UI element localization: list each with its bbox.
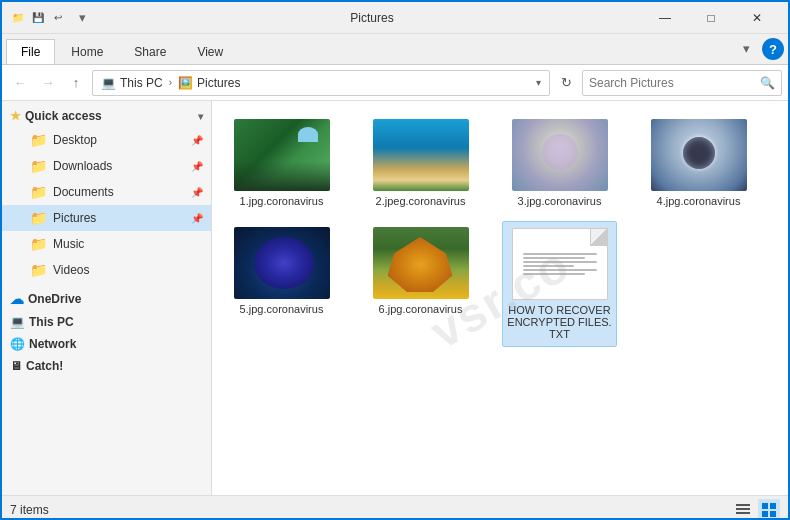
sidebar: ★ Quick access ▾ 📁 Desktop 📌 📁 Downloads… (2, 101, 212, 495)
sidebar-onedrive-header[interactable]: ☁ OneDrive (2, 287, 211, 311)
file-item-5[interactable]: 5.jpg.coronavirus (224, 221, 339, 347)
txt-line-2 (523, 257, 586, 259)
file-label-4: 4.jpg.coronavirus (657, 195, 741, 207)
sidebar-thispc-label: This PC (29, 315, 74, 329)
file-item-1[interactable]: 1.jpg.coronavirus (224, 113, 339, 213)
sidebar-network-header[interactable]: 🌐 Network (2, 333, 211, 355)
svg-rect-6 (770, 511, 776, 517)
back-button[interactable]: ← (8, 71, 32, 95)
thumbnail-2 (373, 119, 469, 191)
file-item-4[interactable]: 4.jpg.coronavirus (641, 113, 756, 213)
sidebar-item-documents[interactable]: 📁 Documents 📌 (2, 179, 211, 205)
refresh-button[interactable]: ↻ (554, 71, 578, 95)
documents-pin-icon: 📌 (191, 187, 203, 198)
sidebar-thispc-header[interactable]: 💻 This PC (2, 311, 211, 333)
address-pictures: Pictures (197, 76, 240, 90)
file-item-7[interactable]: HOW TO RECOVER ENCRYPTED FILES.TXT (502, 221, 617, 347)
forward-button[interactable]: → (36, 71, 60, 95)
quickaccess-label: Quick access (25, 109, 102, 123)
quickaccess-chevron: ▾ (198, 111, 203, 122)
close-button[interactable]: ✕ (734, 2, 780, 34)
tab-view[interactable]: View (182, 39, 238, 64)
star-icon: ★ (10, 109, 21, 123)
ribbon: File Home Share View ▾ ? (2, 34, 788, 65)
file-item-3[interactable]: 3.jpg.coronavirus (502, 113, 617, 213)
search-bar[interactable]: 🔍 (582, 70, 782, 96)
network-icon: 🌐 (10, 337, 25, 351)
file-item-6[interactable]: 6.jpg.coronavirus (363, 221, 478, 347)
videos-folder-icon: 📁 (30, 262, 47, 278)
thumbnail-6 (373, 227, 469, 299)
ribbon-collapse-btn[interactable]: ▾ (734, 36, 758, 60)
sidebar-quickaccess-header[interactable]: ★ Quick access ▾ (2, 105, 211, 127)
file-item-2[interactable]: 2.jpeg.coronavirus (363, 113, 478, 213)
thumbnail-3 (512, 119, 608, 191)
desktop-folder-icon: 📁 (30, 132, 47, 148)
txt-line-3 (523, 261, 597, 263)
sidebar-item-videos[interactable]: 📁 Videos (2, 257, 211, 283)
svg-rect-1 (736, 508, 750, 510)
content-area: vsr.co 1.jpg.coronavirus 2.jpeg.coronavi… (212, 101, 788, 495)
pictures-folder-icon: 📁 (30, 210, 47, 226)
main-layout: ★ Quick access ▾ 📁 Desktop 📌 📁 Downloads… (2, 101, 788, 495)
downloads-pin-icon: 📌 (191, 161, 203, 172)
txt-line-1 (523, 253, 597, 255)
sidebar-documents-label: Documents (53, 185, 114, 199)
documents-folder-icon: 📁 (30, 184, 47, 200)
file-grid: 1.jpg.coronavirus 2.jpeg.coronavirus 3.j… (224, 113, 776, 347)
status-right (732, 499, 780, 521)
quick-access-icon: 📁 (10, 10, 26, 26)
txt-line-6 (523, 273, 586, 275)
file-label-5: 5.jpg.coronavirus (240, 303, 324, 315)
catch-icon: 🖥 (10, 359, 22, 373)
svg-rect-3 (762, 503, 768, 509)
music-folder-icon: 📁 (30, 236, 47, 252)
undo-icon: ↩ (50, 10, 66, 26)
desktop-pin-icon: 📌 (191, 135, 203, 146)
maximize-button[interactable]: □ (688, 2, 734, 34)
downloads-folder-icon: 📁 (30, 158, 47, 174)
address-chevron[interactable]: ▾ (536, 77, 541, 88)
sidebar-item-pictures[interactable]: 📁 Pictures 📌 (2, 205, 211, 231)
svg-rect-5 (762, 511, 768, 517)
sidebar-network-label: Network (29, 337, 76, 351)
sidebar-item-downloads[interactable]: 📁 Downloads 📌 (2, 153, 211, 179)
sidebar-catch-header[interactable]: 🖥 Catch! (2, 355, 211, 377)
window-controls: — □ ✕ (642, 2, 780, 34)
tab-share[interactable]: Share (119, 39, 181, 64)
address-thispc: This PC (120, 76, 163, 90)
txt-icon (512, 228, 608, 300)
file-label-7: HOW TO RECOVER ENCRYPTED FILES.TXT (507, 304, 612, 340)
address-folder-icon: 🖼️ (178, 76, 193, 90)
svg-rect-0 (736, 504, 750, 506)
sidebar-item-music[interactable]: 📁 Music (2, 231, 211, 257)
item-count: 7 items (10, 503, 49, 517)
search-icon: 🔍 (760, 76, 775, 90)
tab-file[interactable]: File (6, 39, 55, 64)
sidebar-pictures-label: Pictures (53, 211, 96, 225)
list-view-icon (736, 503, 750, 517)
thispc-icon: 💻 (10, 315, 25, 329)
address-bar[interactable]: 💻 This PC › 🖼️ Pictures ▾ (92, 70, 550, 96)
txt-line-4 (523, 265, 575, 267)
title-bar: 📁 💾 ↩ ▾ Pictures — □ ✕ (2, 2, 788, 34)
tab-home[interactable]: Home (56, 39, 118, 64)
status-bar: 7 items (2, 495, 788, 520)
address-arrow-1: › (169, 77, 172, 88)
ribbon-tabs: File Home Share View ▾ ? (2, 34, 788, 64)
up-button[interactable]: ↑ (64, 71, 88, 95)
minimize-button[interactable]: — (642, 2, 688, 34)
title-bar-icons: 📁 💾 ↩ ▾ (10, 6, 94, 30)
list-view-button[interactable] (732, 499, 754, 521)
dropdown-btn[interactable]: ▾ (70, 6, 94, 30)
help-button[interactable]: ? (762, 38, 784, 60)
thumbnail-5 (234, 227, 330, 299)
sidebar-downloads-label: Downloads (53, 159, 112, 173)
file-label-2: 2.jpeg.coronavirus (376, 195, 466, 207)
search-input[interactable] (589, 76, 760, 90)
file-label-6: 6.jpg.coronavirus (379, 303, 463, 315)
grid-view-button[interactable] (758, 499, 780, 521)
sidebar-videos-label: Videos (53, 263, 89, 277)
thumbnail-4 (651, 119, 747, 191)
sidebar-item-desktop[interactable]: 📁 Desktop 📌 (2, 127, 211, 153)
